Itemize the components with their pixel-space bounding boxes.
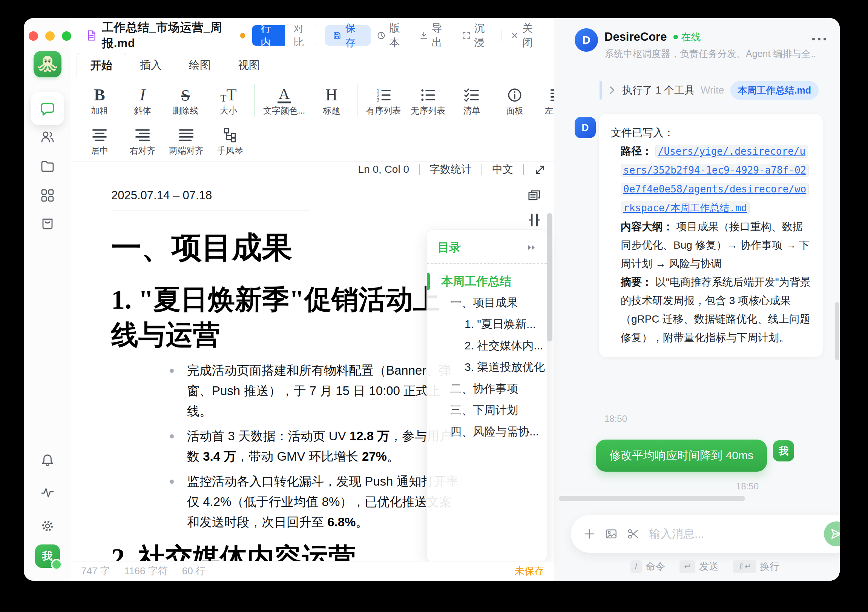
version-button[interactable]: 版本 — [370, 25, 413, 46]
toc-item[interactable]: 四、风险与需协... — [427, 421, 547, 443]
checklist-icon — [463, 87, 480, 103]
minimize-window-button[interactable] — [45, 31, 55, 41]
toc-item[interactable]: 1. "夏日焕新... — [427, 314, 547, 335]
send-button[interactable] — [824, 522, 840, 546]
text-color-button[interactable]: A 文字颜色... — [258, 84, 310, 116]
compare-mode-button[interactable]: 对比 — [285, 25, 318, 46]
tab-view[interactable]: 视图 — [224, 53, 273, 78]
panel-button[interactable]: 面板 — [493, 84, 536, 116]
bold-button[interactable]: B 加粗 — [78, 84, 121, 116]
indent-width-button[interactable] — [527, 213, 541, 228]
toc-item[interactable]: 3. 渠道投放优化 — [427, 357, 547, 378]
expand-icon[interactable] — [533, 163, 546, 176]
tab-draw[interactable]: 绘图 — [175, 53, 224, 78]
toc-item[interactable]: 三、下周计划 — [427, 399, 547, 421]
close-window-button[interactable] — [29, 31, 38, 41]
sidebar-item-chat-active[interactable] — [31, 92, 64, 125]
toc-panel: 目录 本周工作总结 一、项目成果 1. "夏日焕新... 2. 社交媒体内...… — [426, 230, 547, 562]
sidebar-item-settings[interactable] — [40, 519, 55, 534]
agent-avatar[interactable]: D — [575, 28, 598, 52]
bell-icon — [40, 453, 55, 468]
chevron-right-icon — [608, 85, 616, 95]
tab-start[interactable]: 开始 — [76, 53, 126, 78]
app-logo-octopus[interactable] — [34, 51, 62, 77]
tab-insert[interactable]: 插入 — [126, 53, 175, 78]
editor-status-row: Ln 0, Col 0 字数统计 中文 — [358, 161, 546, 178]
clock-icon — [377, 30, 386, 41]
enter-key: ↵ — [679, 560, 695, 573]
markdown-file-icon — [85, 29, 97, 42]
octopus-icon — [37, 54, 58, 74]
close-document-button[interactable]: 关闭 — [505, 25, 546, 46]
sidebar-item-files[interactable] — [40, 158, 55, 174]
italic-button[interactable]: I 斜体 — [121, 84, 164, 116]
ordered-list-icon: 1 2 3 — [375, 87, 392, 103]
sidebar-item-contacts[interactable] — [40, 129, 55, 144]
ribbon-tabs: 开始 插入 绘图 视图 — [71, 53, 554, 78]
sidebar-user-avatar[interactable]: 我 — [35, 544, 60, 568]
chat-vertical-scrollbar[interactable] — [835, 302, 839, 360]
close-icon — [510, 31, 519, 40]
online-status-dot — [51, 559, 62, 570]
tool-file-pill[interactable]: 本周工作总结.md — [730, 81, 818, 99]
language-indicator[interactable]: 中文 — [492, 162, 513, 177]
svg-text:3: 3 — [377, 97, 379, 103]
editor-pane: 工作总结_市场运营_周报.md 行内 对比 保存 版本 — [71, 18, 554, 581]
sidebar-item-apps[interactable] — [40, 188, 55, 203]
send-plane-icon — [830, 528, 840, 540]
inline-mode-button[interactable]: 行内 — [252, 25, 285, 46]
doc-bullet-list: 完成活动页面搭建和所有物料配置（Banner、弹窗、Push 推送），于 7 月… — [111, 360, 460, 533]
sidebar-item-activity[interactable] — [40, 485, 55, 500]
chat-more-menu-button[interactable] — [812, 38, 826, 40]
outline-label: 内容大纲： — [621, 221, 673, 232]
copy-document-button[interactable] — [527, 189, 542, 204]
word-count-toggle[interactable]: 字数统计 — [429, 162, 472, 177]
titlebar-divider — [501, 30, 502, 41]
unordered-list-button[interactable]: 无序列表 — [406, 84, 450, 116]
toc-item[interactable]: 2. 社交媒体内... — [427, 335, 547, 357]
attach-plus-icon[interactable] — [583, 528, 596, 540]
align-right-button[interactable]: 右对齐 — [121, 124, 164, 157]
fullscreen-icon — [462, 30, 471, 41]
accordion-button[interactable]: 手风琴 — [209, 124, 251, 157]
char-count: 1166 字符 — [124, 564, 168, 578]
chat-horizontal-scrollbar[interactable] — [559, 496, 745, 501]
sidebar-item-store[interactable] — [40, 216, 55, 231]
align-justify-button[interactable]: 两端对齐 — [164, 124, 209, 157]
window-controls — [29, 31, 71, 41]
toc-item[interactable]: 一、项目成果 — [427, 292, 547, 314]
scissors-icon[interactable] — [627, 528, 640, 540]
immersive-button[interactable]: 沉浸 — [456, 25, 499, 46]
strikethrough-button[interactable]: S 删除线 — [164, 84, 207, 116]
editor-scrollbar[interactable] — [547, 213, 552, 342]
align-center-button[interactable]: 居中 — [78, 124, 121, 157]
tool-call-row[interactable]: 执行了 1 个工具 Write 本周工作总结.md — [600, 80, 818, 100]
unordered-list-icon — [420, 87, 436, 103]
accordion-icon — [222, 127, 238, 143]
export-button[interactable]: 导出 — [413, 25, 456, 46]
ordered-list-button[interactable]: 1 2 3 有序列表 — [361, 84, 406, 116]
editor-titlebar: 工作总结_市场运营_周报.md 行内 对比 保存 版本 — [71, 18, 554, 53]
doc-bullet-item: 活动首 3 天数据：活动页 UV 12.8 万，参与用户数 3.4 万，带动 G… — [111, 426, 460, 467]
align-center-icon — [91, 127, 108, 143]
checklist-button[interactable]: 清单 — [450, 84, 493, 116]
font-size-icon: T — [220, 93, 226, 103]
tool-name: Write — [701, 84, 724, 96]
shift-enter-key: ⇧↵ — [733, 560, 756, 573]
text-color-icon: A — [277, 86, 291, 103]
summary-label: 摘要： — [621, 276, 652, 288]
message-input[interactable] — [649, 527, 815, 541]
sidebar-item-notifications[interactable] — [40, 453, 55, 468]
user-message-time: 18:50 — [736, 481, 759, 492]
toc-item[interactable]: 二、协作事项 — [427, 378, 547, 399]
cursor-position[interactable]: Ln 0, Col 0 — [358, 163, 409, 176]
font-size-button[interactable]: TT 大小 — [207, 84, 250, 116]
toc-item[interactable]: 本周工作总结 — [427, 270, 547, 292]
heading-button[interactable]: H 标题 — [310, 84, 353, 116]
bold-icon: B — [94, 87, 105, 103]
immersive-button-label: 沉浸 — [474, 21, 492, 50]
save-button[interactable]: 保存 — [325, 25, 371, 46]
image-icon[interactable] — [605, 528, 618, 540]
zoom-window-button[interactable] — [62, 31, 71, 41]
collapse-toc-icon[interactable] — [527, 244, 537, 251]
